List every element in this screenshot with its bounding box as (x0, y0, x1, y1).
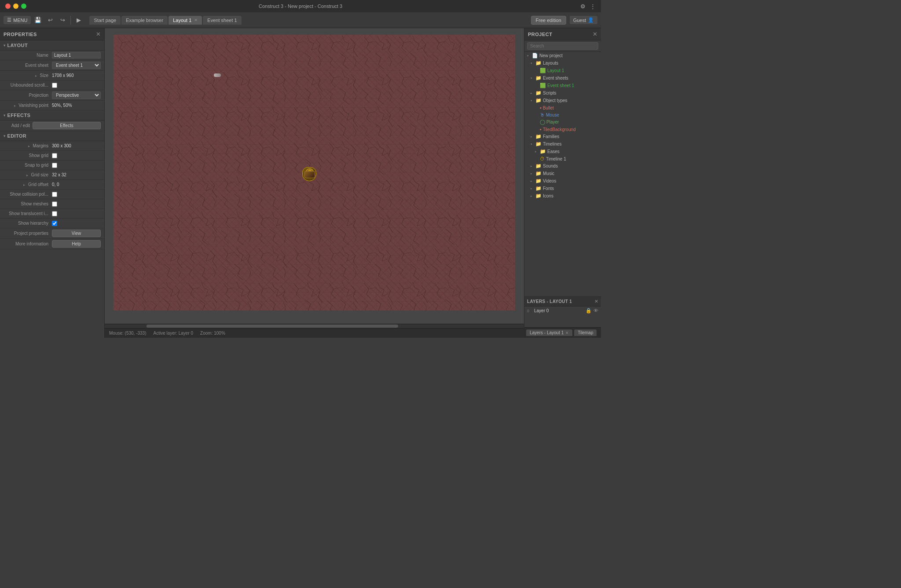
icons-folder[interactable]: ▸ 📁 Icons (524, 192, 601, 200)
fonts-arrow: ▸ (531, 187, 534, 190)
layout1-icon: 🟩 (540, 68, 546, 73)
translucent-checkbox[interactable] (52, 211, 57, 216)
layout-section-header[interactable]: ▾ LAYOUT (0, 40, 104, 51)
editor-section-header[interactable]: ▾ EDITOR (0, 131, 104, 141)
timelines-arrow: ▾ (531, 142, 534, 146)
run-button[interactable]: ▶ (73, 15, 84, 26)
layout1-item[interactable]: 🟩 Layout 1 (524, 67, 601, 74)
families-folder[interactable]: ▸ 📁 Families (524, 133, 601, 140)
more-icon[interactable]: ⋮ (590, 3, 596, 10)
mouse-item[interactable]: 🖱 Mouse (524, 111, 601, 118)
guest-label: Guest (573, 18, 586, 23)
margins-value: 300 x 300 (52, 143, 101, 148)
layouts-folder[interactable]: ▾ 📁 Layouts (524, 59, 601, 67)
start-tab-label: Start page (94, 18, 116, 23)
tiled-bg-item[interactable]: ▪ TiledBackground (524, 126, 601, 133)
layer-lock-icon[interactable]: 🔒 (586, 308, 592, 314)
layers-tab-close[interactable]: ✕ (565, 331, 569, 335)
layout-arrow: ▾ (4, 44, 5, 47)
cursor-indicator (214, 73, 221, 77)
layers-close[interactable]: ✕ (594, 299, 598, 304)
layout-canvas[interactable] (114, 35, 515, 310)
grid-offset-label: ▸ Grid offset (4, 182, 52, 187)
meshes-label: Show meshes (4, 201, 52, 206)
objects-folder-icon: 📁 (535, 98, 542, 103)
show-grid-label: Show grid (4, 153, 52, 158)
timeline1-item[interactable]: ⏱ Timeline 1 (524, 155, 601, 162)
timelines-folder[interactable]: ▾ 📁 Timelines (524, 140, 601, 148)
tree-root[interactable]: ▾ 📄 New project (524, 52, 601, 59)
events-folder-icon: 📁 (535, 75, 542, 81)
effects-section-header[interactable]: ▾ EFFECTS (0, 110, 104, 121)
save-button[interactable]: 💾 (33, 15, 43, 26)
meshes-row: Show meshes (0, 199, 104, 209)
layer0-row[interactable]: 0 Layer 0 🔒 👁 (524, 307, 601, 315)
horizontal-scrollbar[interactable] (105, 324, 524, 328)
hierarchy-checkbox[interactable] (52, 221, 57, 226)
effects-button[interactable]: Effects (33, 122, 101, 129)
timelines-label: Timelines (543, 142, 561, 146)
event-sheets-folder[interactable]: ▾ 📁 Event sheets (524, 74, 601, 82)
object-types-folder[interactable]: ▾ 📁 Object types (524, 97, 601, 104)
layers-tab[interactable]: Layers - Layout 1 ✕ (526, 329, 572, 336)
name-input[interactable] (52, 52, 101, 58)
undo-button[interactable]: ↩ (45, 15, 55, 26)
meshes-checkbox[interactable] (52, 201, 57, 207)
timeline1-label: Timeline 1 (546, 157, 566, 161)
redo-button[interactable]: ↪ (57, 15, 68, 26)
bullet-item[interactable]: • Bullet (524, 104, 601, 111)
project-props-button[interactable]: View (52, 230, 101, 237)
scrollbar-thumb[interactable] (147, 325, 398, 328)
search-input[interactable] (527, 42, 598, 50)
fonts-folder[interactable]: ▸ 📁 Fonts (524, 185, 601, 192)
menu-button[interactable]: ☰ MENU (4, 16, 31, 24)
layer-eye-icon[interactable]: 👁 (593, 308, 598, 314)
tab-layout1[interactable]: Layout 1 ✕ (168, 16, 202, 25)
guest-button[interactable]: Guest 👤 (570, 16, 597, 24)
canvas-area[interactable]: Mouse: (530, -333) Active layer: Layer 0… (105, 28, 524, 338)
scripts-folder[interactable]: ▸ 📁 Scripts (524, 89, 601, 97)
more-info-button[interactable]: Help (52, 240, 101, 248)
size-value: 1708 x 960 (52, 73, 101, 78)
event1-label: Event sheet 1 (547, 83, 574, 88)
close-button[interactable] (5, 4, 11, 9)
eases-folder[interactable]: ▸ 📁 Eases (524, 148, 601, 155)
unbounded-checkbox[interactable] (52, 83, 57, 88)
translucent-label: Show translucent i... (4, 211, 52, 216)
margins-row: ▸ Margins 300 x 300 (0, 141, 104, 151)
tilemap-tab[interactable]: Tilemap (574, 329, 597, 336)
add-edit-label: Add / edit (4, 123, 30, 128)
grid-offset-value: 0, 0 (52, 182, 101, 187)
projection-select[interactable]: Perspective (52, 91, 101, 99)
layout-tab-close[interactable]: ✕ (194, 18, 198, 22)
free-edition-button[interactable]: Free edition (531, 16, 566, 25)
settings-icon[interactable]: ⚙ (580, 3, 586, 10)
maximize-button[interactable] (21, 4, 26, 9)
root-arrow: ▾ (527, 54, 531, 58)
collision-checkbox[interactable] (52, 192, 57, 197)
tab-event-sheet[interactable]: Event sheet 1 (203, 16, 241, 25)
families-label: Families (543, 134, 559, 139)
project-close[interactable]: ✕ (593, 31, 597, 37)
player-item[interactable]: ◯ Player (524, 118, 601, 126)
tab-start-page[interactable]: Start page (89, 16, 121, 25)
fonts-folder-icon: 📁 (535, 186, 542, 191)
show-grid-checkbox[interactable] (52, 153, 57, 158)
event-sheet1-item[interactable]: 🟩 Event sheet 1 (524, 82, 601, 89)
snap-grid-checkbox[interactable] (52, 163, 57, 168)
scripts-folder-icon: 📁 (535, 90, 542, 96)
toolbar-right: Free edition Guest 👤 (531, 16, 597, 25)
properties-close[interactable]: ✕ (96, 31, 101, 37)
event-sheet-select[interactable]: Event sheet 1 (52, 62, 101, 69)
minimize-button[interactable] (13, 4, 18, 9)
icons-arrow: ▸ (531, 194, 534, 198)
unbounded-label: Unbounded scroll... (4, 83, 52, 88)
unbounded-row: Unbounded scroll... (0, 80, 104, 90)
videos-folder[interactable]: ▸ 📁 Videos (524, 177, 601, 185)
sounds-folder[interactable]: ▸ 📁 Sounds (524, 162, 601, 170)
root-label: New project (539, 53, 563, 58)
canvas-content[interactable] (105, 28, 524, 324)
main-layout: PROPERTIES ✕ ▾ LAYOUT Name Event sheet E… (0, 28, 601, 338)
music-folder[interactable]: ▸ 📁 Music (524, 170, 601, 177)
tab-example-browser[interactable]: Example browser (121, 16, 168, 25)
